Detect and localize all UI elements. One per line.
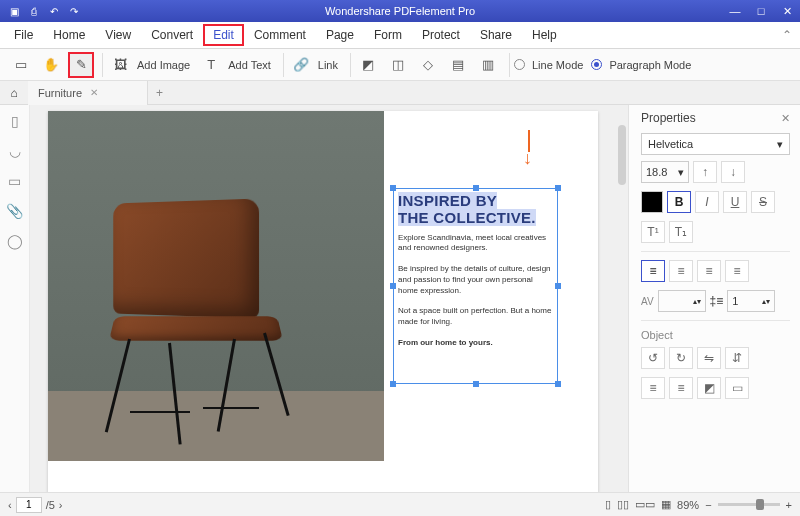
- thumbnails-icon[interactable]: ▯: [11, 113, 19, 129]
- home-tab-icon[interactable]: ⌂: [0, 86, 28, 100]
- send-backward-icon[interactable]: ≡: [669, 377, 693, 399]
- redo-icon[interactable]: ↷: [66, 3, 82, 19]
- menu-convert[interactable]: Convert: [141, 24, 203, 46]
- menu-share[interactable]: Share: [470, 24, 522, 46]
- italic-button[interactable]: I: [695, 191, 719, 213]
- menu-form[interactable]: Form: [364, 24, 412, 46]
- line-mode-radio[interactable]: [514, 59, 525, 70]
- bold-button[interactable]: B: [667, 191, 691, 213]
- bookmarks-icon[interactable]: ◡: [9, 143, 21, 159]
- resize-handle[interactable]: [390, 381, 396, 387]
- resize-handle[interactable]: [390, 185, 396, 191]
- vertical-scrollbar[interactable]: [618, 125, 626, 185]
- view-thumbnails-icon[interactable]: ▦: [661, 498, 671, 511]
- maximize-button[interactable]: □: [748, 0, 774, 22]
- zoom-slider[interactable]: [718, 503, 780, 506]
- align-justify-button[interactable]: ≡: [725, 260, 749, 282]
- bring-forward-icon[interactable]: ≡: [641, 377, 665, 399]
- align-left-button[interactable]: ≡: [641, 260, 665, 282]
- subscript-button[interactable]: T₁: [669, 221, 693, 243]
- bates-icon[interactable]: ▥: [475, 52, 501, 78]
- char-spacing-input[interactable]: ▴▾: [658, 290, 706, 312]
- menu-home[interactable]: Home: [43, 24, 95, 46]
- line-mode-label[interactable]: Line Mode: [532, 59, 587, 71]
- hand-tool-icon[interactable]: ✋: [38, 52, 64, 78]
- resize-handle[interactable]: [555, 381, 561, 387]
- document-canvas[interactable]: INSPIRED BY THE COLLECTIVE. Explore Scan…: [30, 105, 628, 494]
- superscript-button[interactable]: T¹: [641, 221, 665, 243]
- body-text[interactable]: Explore Scandinavia, meet local creative…: [394, 233, 557, 349]
- link-label[interactable]: Link: [318, 59, 342, 71]
- decrease-size-icon[interactable]: ↓: [721, 161, 745, 183]
- zoom-label: 89%: [677, 499, 699, 511]
- edit-tool-icon[interactable]: ✎: [68, 52, 94, 78]
- resize-handle[interactable]: [555, 283, 561, 289]
- view-single-icon[interactable]: ▯: [605, 498, 611, 511]
- search-icon[interactable]: ◯: [7, 233, 23, 249]
- tab-close-icon[interactable]: ✕: [90, 87, 98, 98]
- image-icon[interactable]: 🖼: [107, 52, 133, 78]
- menu-view[interactable]: View: [95, 24, 141, 46]
- add-image-label[interactable]: Add Image: [137, 59, 194, 71]
- resize-handle[interactable]: [390, 283, 396, 289]
- properties-close-icon[interactable]: ✕: [781, 112, 790, 125]
- crop-icon[interactable]: ◩: [355, 52, 381, 78]
- replace-image-icon[interactable]: ▭: [725, 377, 749, 399]
- zoom-out-icon[interactable]: −: [705, 499, 711, 511]
- align-right-button[interactable]: ≡: [697, 260, 721, 282]
- align-center-button[interactable]: ≡: [669, 260, 693, 282]
- properties-panel: Properties ✕ Helvetica▾ 18.8▾ ↑ ↓ B I U …: [628, 105, 800, 494]
- increase-size-icon[interactable]: ↑: [693, 161, 717, 183]
- line-spacing-input[interactable]: 1▴▾: [727, 290, 775, 312]
- select-tool-icon[interactable]: ▭: [8, 52, 34, 78]
- flip-vertical-icon[interactable]: ⇵: [725, 347, 749, 369]
- link-icon[interactable]: 🔗: [288, 52, 314, 78]
- menu-help[interactable]: Help: [522, 24, 567, 46]
- underline-button[interactable]: U: [723, 191, 747, 213]
- paragraph-mode-radio[interactable]: [591, 59, 602, 70]
- background-icon[interactable]: ◇: [415, 52, 441, 78]
- undo-icon[interactable]: ↶: [46, 3, 62, 19]
- page-number-input[interactable]: [16, 497, 42, 513]
- menu-comment[interactable]: Comment: [244, 24, 316, 46]
- new-tab-button[interactable]: +: [148, 86, 171, 100]
- resize-handle[interactable]: [473, 381, 479, 387]
- comments-icon[interactable]: ▭: [8, 173, 21, 189]
- strikethrough-button[interactable]: S: [751, 191, 775, 213]
- print-icon[interactable]: ⎙: [26, 3, 42, 19]
- font-size-input[interactable]: 18.8▾: [641, 161, 689, 183]
- menu-edit[interactable]: Edit: [203, 24, 244, 46]
- save-icon[interactable]: ▣: [6, 3, 22, 19]
- crop-object-icon[interactable]: ◩: [697, 377, 721, 399]
- flip-horizontal-icon[interactable]: ⇋: [697, 347, 721, 369]
- view-continuous-icon[interactable]: ▯▯: [617, 498, 629, 511]
- minimize-button[interactable]: ―: [722, 0, 748, 22]
- attachments-icon[interactable]: 📎: [6, 203, 23, 219]
- properties-title: Properties: [641, 111, 696, 125]
- tab-furniture[interactable]: Furniture ✕: [28, 81, 148, 105]
- color-swatch[interactable]: [641, 191, 663, 213]
- collapse-ribbon-icon[interactable]: ⌃: [782, 28, 792, 42]
- font-family-select[interactable]: Helvetica▾: [641, 133, 790, 155]
- selected-text-box[interactable]: INSPIRED BY THE COLLECTIVE. Explore Scan…: [393, 188, 558, 384]
- menu-protect[interactable]: Protect: [412, 24, 470, 46]
- text-icon[interactable]: T: [198, 52, 224, 78]
- menu-file[interactable]: File: [4, 24, 43, 46]
- close-button[interactable]: ✕: [774, 0, 800, 22]
- menu-page[interactable]: Page: [316, 24, 364, 46]
- view-facing-icon[interactable]: ▭▭: [635, 498, 655, 511]
- watermark-icon[interactable]: ◫: [385, 52, 411, 78]
- heading-text[interactable]: INSPIRED BY THE COLLECTIVE.: [394, 189, 557, 233]
- resize-handle[interactable]: [555, 185, 561, 191]
- left-rail: ▯ ◡ ▭ 📎 ◯: [0, 105, 30, 494]
- header-footer-icon[interactable]: ▤: [445, 52, 471, 78]
- rotate-right-icon[interactable]: ↻: [669, 347, 693, 369]
- next-page-icon[interactable]: ›: [59, 499, 63, 511]
- prev-page-icon[interactable]: ‹: [8, 499, 12, 511]
- rotate-left-icon[interactable]: ↺: [641, 347, 665, 369]
- zoom-knob[interactable]: [756, 499, 764, 510]
- paragraph-mode-label[interactable]: Paragraph Mode: [609, 59, 695, 71]
- add-text-label[interactable]: Add Text: [228, 59, 275, 71]
- zoom-in-icon[interactable]: +: [786, 499, 792, 511]
- resize-handle[interactable]: [473, 185, 479, 191]
